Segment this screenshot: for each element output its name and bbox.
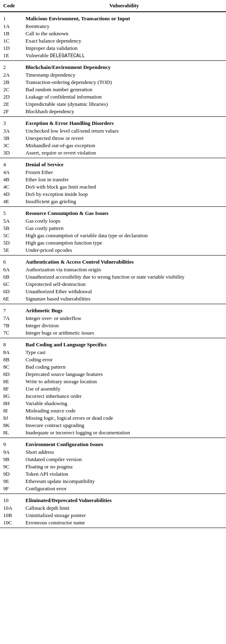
item-label: Missing logic, logical errors or dead co… bbox=[22, 414, 226, 422]
table-row: 3CMishandled out-of-gas exception bbox=[0, 142, 226, 149]
table-row: 7CInteger bugs or arithmetic issues bbox=[0, 329, 226, 337]
item-code: 8J bbox=[0, 414, 22, 422]
table-row: 8KInsecure contract upgrading bbox=[0, 422, 226, 429]
item-label: Insecure contract upgrading bbox=[22, 422, 226, 429]
item-label: Integer over- or underflow bbox=[22, 315, 226, 322]
item-label: Write to arbitrary storage location bbox=[22, 378, 226, 385]
item-label: Frozen Ether bbox=[22, 169, 226, 176]
item-label: Unprotected self-destruction bbox=[22, 281, 226, 288]
item-label: Deprecated source language features bbox=[22, 371, 226, 378]
table-row: 4AFrozen Ether bbox=[0, 169, 226, 176]
item-code: 4D bbox=[0, 191, 22, 198]
item-label: Assert, require or revert violation bbox=[22, 149, 226, 157]
table-row: 5BGas costly pattern bbox=[0, 225, 226, 232]
code-column-header: Code bbox=[0, 0, 22, 12]
table-row: 2FBlockhash dependency bbox=[0, 108, 226, 115]
item-code: 2C bbox=[0, 86, 22, 93]
item-label: Call to the unknown bbox=[22, 30, 226, 37]
table-row: 1DImproper data validation bbox=[0, 45, 226, 52]
item-code: 6D bbox=[0, 288, 22, 295]
item-code: 8K bbox=[0, 422, 22, 429]
item-label: Uninitialized storage pointer bbox=[22, 512, 226, 519]
item-label: Exact balance dependency bbox=[22, 37, 226, 45]
item-code: 1D bbox=[0, 45, 22, 52]
table-row: 2BTransaction-ordering dependency (TOD) bbox=[0, 79, 226, 86]
table-row: 4CDoS with block gas limit reached bbox=[0, 183, 226, 191]
item-label: Reentrancy bbox=[22, 23, 226, 30]
item-code: 9F bbox=[0, 485, 22, 492]
item-code: 1B bbox=[0, 30, 22, 37]
item-code: 8L bbox=[0, 429, 22, 436]
section-header-row: 10Eliminated/Deprecated Vulnerabilities bbox=[0, 494, 226, 505]
item-label: Unpredictable state (dynamic libraries) bbox=[22, 101, 226, 108]
section-title: Blockchain/Environment Dependency bbox=[22, 61, 226, 72]
item-code: 8D bbox=[0, 371, 22, 378]
table-row: 8LInadequate or incorrect logging or doc… bbox=[0, 429, 226, 436]
item-label: Outdated compiler version bbox=[22, 456, 226, 463]
item-code: 2E bbox=[0, 101, 22, 108]
table-row: 3AUnchecked low level call/send return v… bbox=[0, 127, 226, 135]
item-label: Gas costly loops bbox=[22, 217, 226, 225]
item-code: 8G bbox=[0, 393, 22, 400]
table-row: 10ACallstack depth limit bbox=[0, 504, 226, 512]
item-code: 2B bbox=[0, 79, 22, 86]
section-title: Eliminated/Deprecated Vulnerabilities bbox=[22, 494, 226, 505]
item-label: Integer bugs or arithmetic issues bbox=[22, 329, 226, 337]
item-label: Signature based vulnerabilities bbox=[22, 295, 226, 303]
table-row: 2EUnpredictable state (dynamic libraries… bbox=[0, 101, 226, 108]
table-row: 6AAuthorization via transaction origin bbox=[0, 266, 226, 273]
table-row: 2ATimestamp dependency bbox=[0, 71, 226, 79]
table-row: 1EVulnerable DELEGATECALL bbox=[0, 52, 226, 59]
item-label: Blockhash dependency bbox=[22, 108, 226, 115]
section-code: 9 bbox=[0, 438, 22, 449]
section-code: 10 bbox=[0, 494, 22, 505]
item-code: 6A bbox=[0, 266, 22, 273]
item-label: Token API violation bbox=[22, 470, 226, 478]
item-label: Short address bbox=[22, 449, 226, 456]
item-code: 5E bbox=[0, 247, 22, 254]
table-row: 3DAssert, require or revert violation bbox=[0, 149, 226, 157]
section-title: Authentication & Access Control Vulnerab… bbox=[22, 255, 226, 266]
section-header-row: 4Denial of Service bbox=[0, 158, 226, 169]
section-header-row: 1Malicious Environment, Transactions or … bbox=[0, 12, 226, 23]
table-row: 6BUnauthorized accessibility due to wron… bbox=[0, 273, 226, 281]
item-code: 8E bbox=[0, 378, 22, 385]
section-code: 4 bbox=[0, 158, 22, 169]
item-label: Integer division bbox=[22, 322, 226, 329]
item-code: 1A bbox=[0, 23, 22, 30]
item-code: 10B bbox=[0, 512, 22, 519]
item-code: 8F bbox=[0, 385, 22, 393]
table-row: 9EEthereum update incompatibility bbox=[0, 478, 226, 485]
section-title: Denial of Service bbox=[22, 158, 226, 169]
table-row: 6CUnprotected self-destruction bbox=[0, 281, 226, 288]
item-code: 9D bbox=[0, 470, 22, 478]
table-row: 8AType cast bbox=[0, 349, 226, 356]
section-header-row: 9Environment Configuration Issues bbox=[0, 438, 226, 449]
item-code: 5A bbox=[0, 217, 22, 225]
item-label: Unauthorized accessibility due to wrong … bbox=[22, 273, 226, 281]
section-title: Malicious Environment, Transactions or I… bbox=[22, 12, 226, 23]
section-code: 1 bbox=[0, 12, 22, 23]
item-code: 3D bbox=[0, 149, 22, 157]
table-row: 6ESignature based vulnerabilities bbox=[0, 295, 226, 303]
table-row: 9DToken API violation bbox=[0, 470, 226, 478]
item-code: 6B bbox=[0, 273, 22, 281]
table-row: 5EUnder-priced opcodes bbox=[0, 247, 226, 254]
section-header-row: 8Bad Coding and Language Specifics bbox=[0, 338, 226, 349]
item-code: 4C bbox=[0, 183, 22, 191]
item-code: 8A bbox=[0, 349, 22, 356]
item-code: 4A bbox=[0, 169, 22, 176]
item-label: Ethereum update incompatibility bbox=[22, 478, 226, 485]
table-row: 4BEther lost in transfer bbox=[0, 176, 226, 183]
table-row: 8FUse of assembly bbox=[0, 385, 226, 393]
section-code: 5 bbox=[0, 207, 22, 218]
item-code: 9E bbox=[0, 478, 22, 485]
item-label: High gas consumption of variable data ty… bbox=[22, 232, 226, 239]
table-row: 2CBad random number generation bbox=[0, 86, 226, 93]
table-row: 8JMissing logic, logical errors or dead … bbox=[0, 414, 226, 422]
table-row: 3BUnexpected throw or revert bbox=[0, 135, 226, 142]
section-divider bbox=[0, 526, 226, 528]
table-row: 7BInteger division bbox=[0, 322, 226, 329]
table-row: 9CFloating or no pragma bbox=[0, 463, 226, 470]
table-row: 1CExact balance dependency bbox=[0, 37, 226, 45]
